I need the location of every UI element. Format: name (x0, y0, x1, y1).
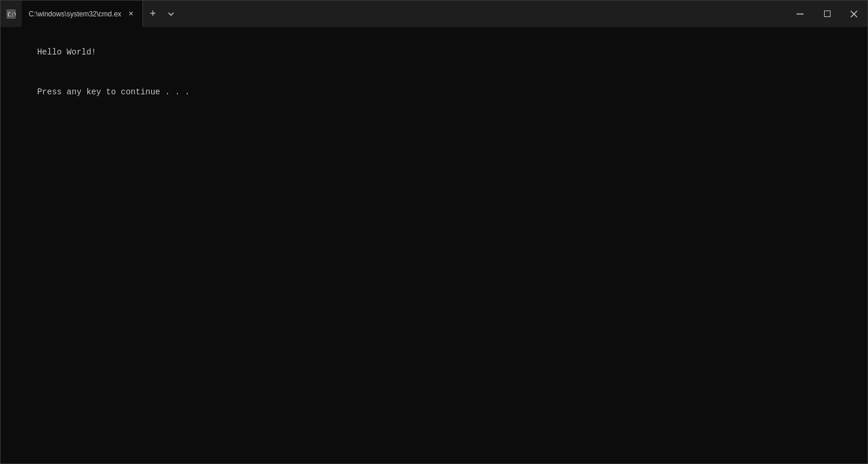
new-tab-button[interactable]: + (143, 1, 163, 27)
terminal-window: C:\ C:\windows\system32\cmd.ex ✕ + (0, 0, 868, 464)
terminal-output: Hello World! Press any key to continue .… (8, 33, 860, 111)
active-tab[interactable]: C:\windows\system32\cmd.ex ✕ (22, 1, 143, 27)
tab-dropdown-button[interactable] (163, 1, 179, 27)
minimize-button[interactable] (787, 1, 814, 27)
tab-title: C:\windows\system32\cmd.ex (29, 10, 121, 18)
maximize-button[interactable] (814, 1, 840, 27)
close-button[interactable] (840, 1, 867, 27)
titlebar: C:\ C:\windows\system32\cmd.ex ✕ + (1, 1, 867, 27)
svg-rect-3 (824, 11, 830, 17)
terminal-line-1: Hello World! (37, 47, 96, 57)
tab-area: C:\ C:\windows\system32\cmd.ex ✕ + (1, 1, 787, 27)
cmd-icon: C:\ (1, 1, 22, 27)
svg-text:C:\: C:\ (8, 12, 16, 18)
window-controls (787, 1, 867, 27)
terminal-body[interactable]: Hello World! Press any key to continue .… (1, 27, 867, 463)
tab-close-button[interactable]: ✕ (126, 9, 135, 19)
terminal-line-2: Press any key to continue . . . (37, 87, 189, 97)
